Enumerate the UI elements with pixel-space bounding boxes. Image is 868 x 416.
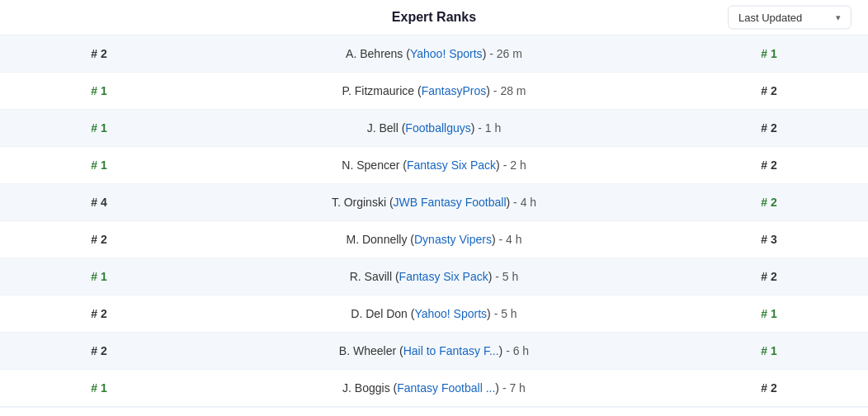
expert-source: Dynasty Vipers — [414, 233, 492, 246]
expert-sep-close: ) — [483, 47, 487, 60]
expert-name: R. Savill — [350, 270, 392, 283]
expert-name: N. Spencer — [342, 158, 399, 172]
table-row: # 1 J. Boggis (Fantasy Football ...) - 7… — [0, 370, 868, 407]
sort-dropdown-label: Last Updated — [738, 12, 802, 24]
expert-sep-close: ) — [507, 196, 511, 209]
rank-right: # 2 — [686, 158, 851, 172]
expert-name: A. Behrens — [346, 47, 403, 60]
expert-time: - 5 h — [494, 307, 517, 320]
expert-name: M. Donnelly — [347, 233, 408, 246]
expert-sep-close: ) — [495, 381, 499, 395]
table-row: # 2 D. Del Don (Yahoo! Sports) - 5 h # 1 — [0, 295, 868, 333]
expert-time: - 6 h — [506, 344, 529, 357]
expert-source: Fantasy Six Pack — [399, 270, 488, 283]
expert-time: - 2 h — [503, 158, 526, 172]
rank-left: # 4 — [17, 196, 182, 209]
expert-name: P. Fitzmaurice — [342, 84, 414, 97]
expert-sep-close: ) — [499, 344, 503, 357]
page-title: Expert Ranks — [392, 10, 476, 25]
rank-right: # 3 — [686, 233, 851, 246]
expert-source: Yahoo! Sports — [410, 47, 483, 60]
expert-info: T. Orginski (JWB Fantasy Football) - 4 h — [182, 196, 686, 209]
expert-time: - 28 m — [493, 84, 526, 97]
expert-sep-close: ) — [492, 233, 496, 246]
expert-info: D. Del Don (Yahoo! Sports) - 5 h — [182, 307, 686, 320]
expert-time: - 1 h — [478, 121, 501, 135]
expert-source: Hail to Fantasy F... — [403, 344, 499, 357]
rank-left: # 2 — [17, 344, 182, 357]
expert-name: B. Wheeler — [339, 344, 396, 357]
rank-left: # 1 — [17, 381, 182, 395]
expert-time: - 5 h — [495, 270, 518, 283]
expert-info: J. Boggis (Fantasy Football ...) - 7 h — [182, 381, 686, 395]
rank-right: # 1 — [686, 344, 851, 357]
table-row: # 2 M. Donnelly (Dynasty Vipers) - 4 h #… — [0, 221, 868, 258]
expert-name: D. Del Don — [351, 307, 407, 320]
table-row: # 1 P. Fitzmaurice (FantasyPros) - 28 m … — [0, 73, 868, 110]
expert-source: JWB Fantasy Football — [394, 196, 507, 209]
rank-left: # 1 — [17, 84, 182, 97]
rank-right: # 2 — [686, 84, 851, 97]
rank-right: # 1 — [686, 307, 851, 320]
rank-left: # 1 — [17, 270, 182, 283]
expert-info: A. Behrens (Yahoo! Sports) - 26 m — [182, 47, 686, 60]
expert-rows-container: # 2 A. Behrens (Yahoo! Sports) - 26 m # … — [0, 35, 868, 407]
expert-source: Footballguys — [405, 121, 470, 135]
expert-info: P. Fitzmaurice (FantasyPros) - 28 m — [182, 84, 686, 97]
expert-name: J. Bell — [367, 121, 399, 135]
expert-info: B. Wheeler (Hail to Fantasy F...) - 6 h — [182, 344, 686, 357]
rank-right: # 2 — [686, 381, 851, 395]
expert-info: N. Spencer (Fantasy Six Pack) - 2 h — [182, 158, 686, 172]
expert-sep-close: ) — [488, 270, 493, 283]
rank-left: # 1 — [17, 121, 182, 135]
expert-source: Yahoo! Sports — [414, 307, 487, 320]
rank-right: # 2 — [686, 196, 851, 209]
table-row: # 2 B. Wheeler (Hail to Fantasy F...) - … — [0, 333, 868, 370]
rank-left: # 2 — [17, 233, 182, 246]
table-row: # 4 T. Orginski (JWB Fantasy Football) -… — [0, 184, 868, 221]
expert-sep-close: ) — [496, 158, 500, 172]
rank-left: # 2 — [17, 47, 182, 60]
expert-info: M. Donnelly (Dynasty Vipers) - 4 h — [182, 233, 686, 246]
rank-right: # 2 — [686, 270, 851, 283]
expert-name: T. Orginski — [332, 196, 386, 209]
page-container: Expert Ranks Last Updated ▾ # 2 A. Behre… — [0, 0, 868, 416]
table-row: # 1 N. Spencer (Fantasy Six Pack) - 2 h … — [0, 147, 868, 184]
expert-info: J. Bell (Footballguys) - 1 h — [182, 121, 686, 135]
expert-time: - 4 h — [513, 196, 536, 209]
expert-source: Fantasy Football ... — [397, 381, 495, 395]
rank-left: # 1 — [17, 158, 182, 172]
header: Expert Ranks Last Updated ▾ — [0, 0, 868, 35]
rank-right: # 1 — [686, 47, 851, 60]
expert-time: - 26 m — [489, 47, 522, 60]
show-more-container: SHOW MORE — [0, 407, 868, 416]
expert-time: - 4 h — [498, 233, 521, 246]
rank-left: # 2 — [17, 307, 182, 320]
expert-sep-close: ) — [487, 307, 491, 320]
sort-dropdown[interactable]: Last Updated ▾ — [728, 6, 851, 30]
table-row: # 2 A. Behrens (Yahoo! Sports) - 26 m # … — [0, 35, 868, 73]
table-row: # 1 R. Savill (Fantasy Six Pack) - 5 h #… — [0, 258, 868, 295]
expert-sep-close: ) — [486, 84, 490, 97]
expert-time: - 7 h — [502, 381, 526, 395]
expert-info: R. Savill (Fantasy Six Pack) - 5 h — [182, 270, 686, 283]
expert-source: Fantasy Six Pack — [407, 158, 496, 172]
table-row: # 1 J. Bell (Footballguys) - 1 h # 2 — [0, 110, 868, 147]
expert-source: FantasyPros — [422, 84, 487, 97]
chevron-down-icon: ▾ — [836, 12, 841, 23]
expert-sep-close: ) — [471, 121, 475, 135]
expert-name: J. Boggis — [342, 381, 390, 395]
rank-right: # 2 — [686, 121, 851, 135]
